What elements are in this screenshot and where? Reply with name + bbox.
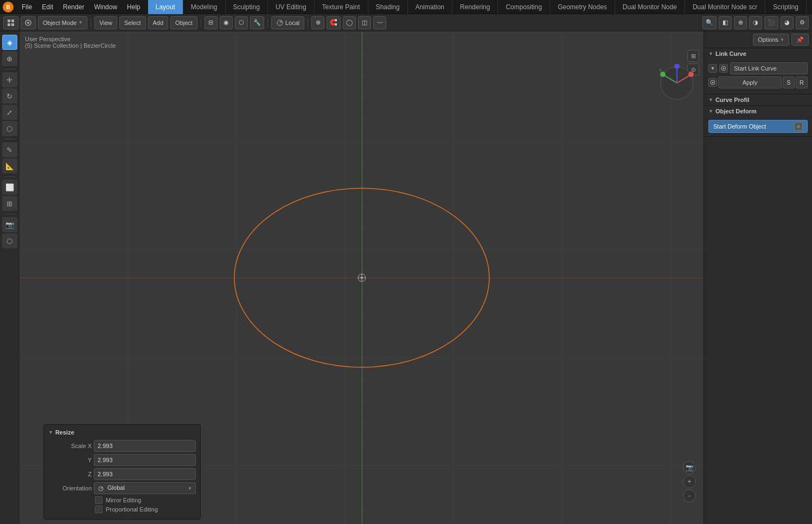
path-icon[interactable]: 〰	[373, 16, 386, 29]
pin-icon[interactable]: 📌	[791, 34, 809, 46]
nav-camera-btn[interactable]: 📷	[683, 461, 696, 474]
start-deform-object-btn[interactable]: Start Deform Object ×	[708, 120, 808, 133]
apply-s-button[interactable]: S	[783, 76, 795, 88]
proportional-editing-checkbox[interactable]	[95, 506, 103, 513]
deform-close-btn[interactable]: ×	[794, 122, 803, 131]
tab-uv-editing[interactable]: UV Editing	[268, 0, 315, 14]
tab-geometry-nodes[interactable]: Geometry Nodes	[550, 0, 615, 14]
tab-scripting[interactable]: Scripting	[765, 0, 807, 14]
mode-icon-render[interactable]	[21, 16, 36, 29]
blender-logo: B	[2, 1, 14, 13]
viewport-shading-render[interactable]: ◕	[781, 16, 794, 29]
resize-title: Resize	[55, 429, 74, 436]
toggle-sidebar-icon[interactable]: ◧	[719, 16, 732, 29]
tab-sculpting[interactable]: Sculpting	[226, 0, 268, 14]
gizmo-wireframe[interactable]: ⊞	[687, 50, 699, 62]
proportional-falloff-icon[interactable]: ◯	[343, 16, 356, 29]
tab-dual-monitor-node-scr[interactable]: Dual Monitor Node scr	[685, 0, 765, 14]
tab-compositing[interactable]: Compositing	[498, 0, 550, 14]
viewport-shading-solid[interactable]: ⬛	[764, 16, 778, 29]
tab-texture-paint[interactable]: Texture Paint	[315, 0, 368, 14]
snap-icon[interactable]: ⊟	[204, 16, 218, 29]
nav-zoom-in[interactable]: +	[683, 475, 696, 488]
tool-transform[interactable]: ⬡	[2, 121, 17, 136]
menu-edit[interactable]: Edit	[37, 2, 57, 12]
tool-extrude[interactable]: ⊞	[2, 196, 17, 211]
tab-rendering[interactable]: Rendering	[452, 0, 498, 14]
options-button[interactable]: Options ▼	[753, 34, 789, 46]
apply-r-button[interactable]: R	[796, 76, 808, 88]
menu-file[interactable]: File	[17, 2, 36, 12]
scale-y-value[interactable]: 2.993	[94, 454, 196, 466]
scale-y-label: Y	[48, 457, 92, 463]
tool-camera[interactable]: 📷	[2, 217, 17, 232]
tab-dual-monitor-node[interactable]: Dual Monitor Node	[615, 0, 685, 14]
curve-profil-title: Curve Profil	[715, 97, 749, 103]
orientation-dropdown[interactable]: Global ▼	[94, 482, 196, 494]
header-bar: Object Mode ▼ View Select Add Object ⊟ ◉…	[0, 14, 812, 31]
tool-annotate[interactable]: ✎	[2, 142, 17, 157]
tool-cursor[interactable]: ⊕	[2, 51, 17, 66]
object-deform-collapse: ▼	[708, 108, 713, 114]
view-menu[interactable]: View	[94, 16, 117, 29]
curve-profil-header[interactable]: ▼ Curve Profil	[704, 94, 812, 105]
mode-icon-scene[interactable]	[3, 16, 18, 29]
lc-dropdown-icon[interactable]: ▼	[708, 64, 717, 73]
snapping-icon[interactable]: 🧲	[327, 16, 341, 29]
tool-measure[interactable]: 📐	[2, 158, 17, 174]
mesh-select-icon[interactable]: ⬡	[235, 16, 248, 29]
top-menu-bar: B File Edit Render Window Help Layout Mo…	[0, 0, 812, 14]
start-link-curve-btn[interactable]: Start Link Curve	[730, 62, 808, 74]
pivot-icon[interactable]: ⊕	[311, 16, 324, 29]
object-deform-section: ▼ Object Deform Start Deform Object ×	[704, 106, 812, 137]
viewport-shading-icon[interactable]: ◑	[749, 16, 762, 29]
link-curve-header[interactable]: ▼ Link Curve	[704, 48, 812, 59]
orientation-label: Orientation	[48, 485, 92, 491]
search-icon[interactable]: 🔍	[702, 16, 717, 29]
curve-profil-collapse: ▼	[708, 97, 713, 103]
curve-profil-section: ▼ Curve Profil	[704, 94, 812, 106]
mirror-editing-checkbox[interactable]	[95, 496, 103, 504]
start-link-curve-row: ▼ Start Link Curve	[708, 62, 808, 74]
nav-zoom-out[interactable]: -	[683, 489, 696, 502]
object-menu[interactable]: Object	[170, 16, 197, 29]
transform-orientation[interactable]: Local	[271, 16, 304, 29]
tab-animation[interactable]: Animation	[408, 0, 452, 14]
object-mode-dropdown[interactable]: Object Mode ▼	[38, 16, 87, 29]
scale-z-value[interactable]: 2.993	[94, 468, 196, 480]
svg-rect-5	[11, 23, 14, 26]
tool-add-cube[interactable]: ⬜	[2, 180, 17, 195]
svg-rect-3	[11, 20, 14, 22]
mirror-icon[interactable]: ◫	[358, 16, 371, 29]
svg-rect-4	[8, 23, 10, 26]
tool-move[interactable]: ✛	[2, 72, 17, 87]
apply-button[interactable]: Apply	[718, 76, 782, 88]
tool-scale[interactable]: ⤢	[2, 105, 17, 120]
mirror-editing-label: Mirror Editing	[106, 497, 141, 503]
tool-separator-3	[4, 176, 16, 177]
scene-settings-icon[interactable]: ⚙	[796, 16, 809, 29]
proportional-icon[interactable]: ◉	[220, 16, 233, 29]
modifiers-icon[interactable]: 🔧	[250, 16, 264, 29]
options-bar: Options ▼ 📌	[704, 31, 812, 48]
tab-modeling[interactable]: Modeling	[183, 0, 226, 14]
tab-shading[interactable]: Shading	[368, 0, 408, 14]
overlay-icon[interactable]: ⊕	[734, 16, 747, 29]
tab-layout[interactable]: Layout	[148, 0, 183, 14]
scale-x-value[interactable]: 2.993	[94, 440, 196, 452]
apply-row: Apply S R	[708, 76, 808, 88]
tool-select[interactable]: ◈	[2, 35, 17, 50]
select-menu[interactable]: Select	[119, 16, 146, 29]
viewport[interactable]: User Perspective (5) Scene Collection | …	[20, 31, 704, 524]
object-deform-header[interactable]: ▼ Object Deform	[704, 106, 812, 117]
menu-render[interactable]: Render	[59, 2, 88, 12]
gizmo-overlay-toggle[interactable]: ⊙	[687, 63, 699, 75]
tool-rotate[interactable]: ↻	[2, 88, 17, 104]
menu-window[interactable]: Window	[89, 2, 122, 12]
tab-geoshaider-nodes[interactable]: GeoShaider Nodes	[807, 0, 812, 14]
svg-point-7	[27, 22, 29, 24]
apply-icon-placeholder	[708, 78, 717, 87]
menu-help[interactable]: Help	[123, 2, 145, 12]
tool-object-origin[interactable]: ⬡	[2, 233, 17, 248]
add-menu[interactable]: Add	[148, 16, 169, 29]
